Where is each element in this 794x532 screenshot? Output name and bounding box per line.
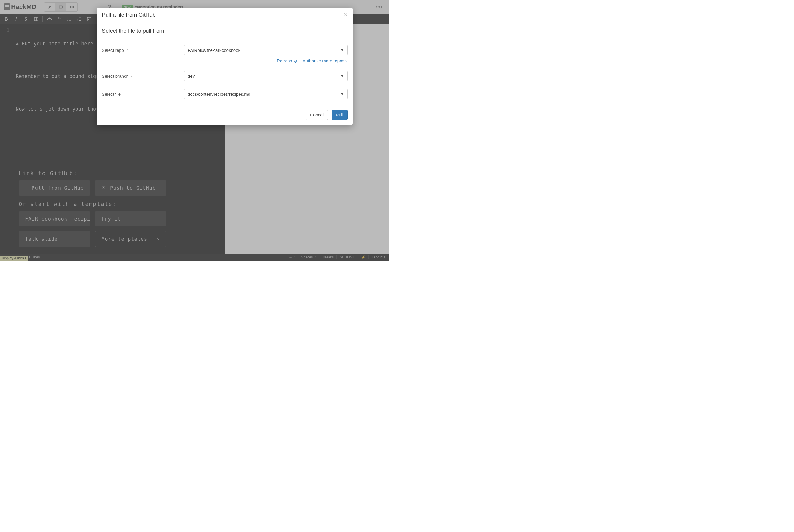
caret-down-icon: ▼ xyxy=(341,48,344,52)
modal-title: Pull a file from GitHub xyxy=(102,12,156,18)
authorize-link[interactable]: Authorize more repos › xyxy=(303,58,347,63)
github-pull-modal: Pull a file from GitHub × Select the fil… xyxy=(97,7,353,125)
help-icon[interactable]: ? xyxy=(126,48,128,52)
modal-header: Pull a file from GitHub × xyxy=(97,7,353,22)
label-text: Select branch xyxy=(102,74,129,79)
cancel-button[interactable]: Cancel xyxy=(306,110,328,120)
modal-body: Select the file to pull from Select repo… xyxy=(97,22,353,104)
pull-button[interactable]: Pull xyxy=(332,110,347,120)
label-text: Select repo xyxy=(102,48,124,53)
refresh-link[interactable]: Refresh xyxy=(277,58,298,63)
modal-subtitle: Select the file to pull from xyxy=(102,26,347,37)
select-value: docs/content/recipes/recipes.md xyxy=(188,92,250,97)
repo-select[interactable]: FAIRplus/the-fair-cookbook ▼ xyxy=(184,45,347,55)
refresh-icon xyxy=(294,59,298,63)
repo-links: Refresh Authorize more repos › xyxy=(102,55,347,63)
file-row: Select file docs/content/recipes/recipes… xyxy=(102,89,347,99)
caret-down-icon: ▼ xyxy=(341,74,344,78)
chevron-right-icon: › xyxy=(345,58,347,63)
label-text: Select file xyxy=(102,92,121,97)
branch-select[interactable]: dev ▼ xyxy=(184,71,347,81)
caret-down-icon: ▼ xyxy=(341,92,344,96)
modal-footer: Cancel Pull xyxy=(97,104,353,125)
link-text: Refresh xyxy=(277,58,292,63)
branch-row: Select branch ? dev ▼ xyxy=(102,71,347,81)
help-icon[interactable]: ? xyxy=(130,74,133,78)
select-value: FAIRplus/the-fair-cookbook xyxy=(188,48,241,53)
file-label: Select file xyxy=(102,92,184,97)
select-value: dev xyxy=(188,74,195,79)
repo-row: Select repo ? FAIRplus/the-fair-cookbook… xyxy=(102,45,347,55)
repo-label: Select repo ? xyxy=(102,48,184,53)
close-button[interactable]: × xyxy=(344,11,347,19)
branch-label: Select branch ? xyxy=(102,74,184,79)
link-text: Authorize more repos xyxy=(303,58,344,63)
file-select[interactable]: docs/content/recipes/recipes.md ▼ xyxy=(184,89,347,99)
